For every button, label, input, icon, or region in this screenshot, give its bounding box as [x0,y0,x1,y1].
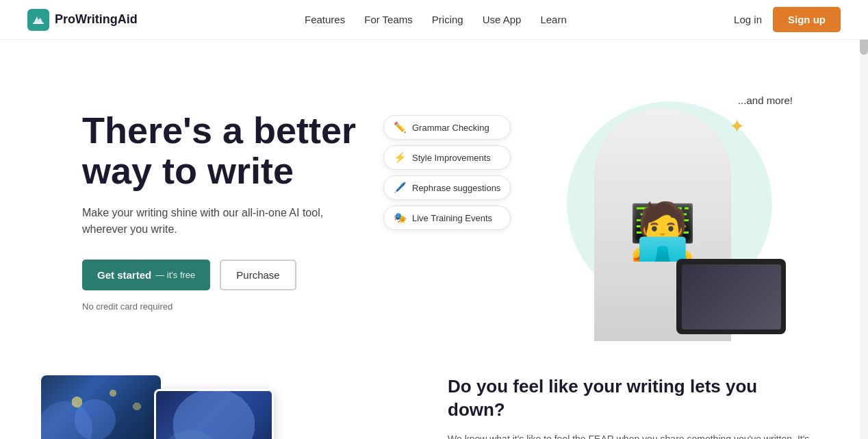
logo-icon [27,9,49,31]
painting-background [41,375,161,439]
pencil-icon: ✏️ [394,121,407,134]
chip-rephrase: 🖊️ Rephrase suggestions [383,175,511,200]
laptop-screen [682,264,781,329]
get-started-button[interactable]: Get started — it's free [82,260,210,290]
more-label: ...and more! [738,95,793,106]
chip-style: ⚡ Style Improvements [383,145,511,170]
scrollbar-track[interactable] [860,0,868,439]
section2-title: Do you feel like your writing lets you d… [448,375,813,422]
nav-link-for-teams[interactable]: For Teams [364,14,413,25]
logo-text: ProWritingAid [55,12,138,27]
hero-left: There's a better way to write Make your … [82,110,370,312]
logo-link[interactable]: ProWritingAid [27,9,138,31]
nav-link-use-app[interactable]: Use App [483,14,522,25]
nav-actions: Log in Sign up [734,7,841,32]
person-icon: 🧑‍💻 [628,199,697,264]
hero-buttons: Get started — it's free Purchase [82,260,370,290]
hero-right: ...and more! ✏️ Grammar Checking ⚡ Style… [370,81,813,341]
purchase-button[interactable]: Purchase [220,260,296,290]
pen-icon: 🖊️ [394,181,407,194]
theater-icon: 🎭 [394,212,407,224]
nav-links: Features For Teams Pricing Use App Learn [305,14,567,26]
hero-section: There's a better way to write Make your … [0,40,868,368]
star-decoration: ✦ [729,115,745,138]
section2-text: We know what it's like to feel the FEAR … [448,431,813,439]
section2-left: My idea in my head [41,368,407,439]
signup-button[interactable]: Sign up [773,7,841,32]
nav-link-pricing[interactable]: Pricing [432,14,463,25]
svg-rect-0 [33,23,44,24]
navbar: ProWritingAid Features For Teams Pricing… [0,0,868,40]
hero-title: There's a better way to write [82,110,370,192]
login-button[interactable]: Log in [734,14,762,25]
painting-stack: My idea in my head [41,375,274,439]
section2-right: Do you feel like your writing lets you d… [448,368,813,439]
nav-link-features[interactable]: Features [305,14,345,25]
nav-link-learn[interactable]: Learn [540,14,566,25]
chip-training: 🎭 Live Training Events [383,205,511,230]
painting-foreground [154,389,274,439]
section2: My idea in my head Do you feel like your… [0,368,868,439]
lightning-icon: ⚡ [394,151,407,164]
hero-subtitle: Make your writing shine with our all-in-… [82,205,370,238]
laptop-image [676,259,786,334]
chip-grammar: ✏️ Grammar Checking [383,115,511,140]
feature-chips: ✏️ Grammar Checking ⚡ Style Improvements… [383,115,511,230]
no-credit-text: No credit card required [82,301,370,312]
